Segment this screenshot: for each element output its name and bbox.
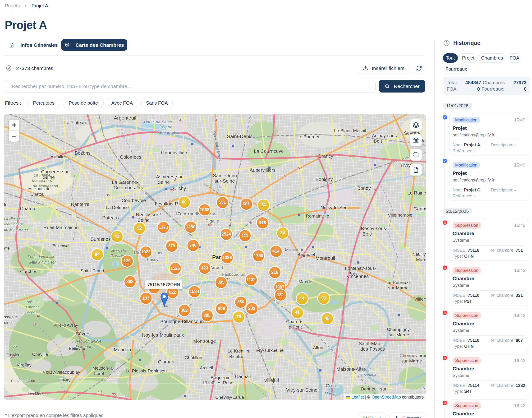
svg-text:La Défense: La Défense — [106, 205, 129, 210]
svg-text:Villejuif: Villejuif — [264, 378, 279, 383]
svg-text:Chaville: Chaville — [32, 352, 48, 357]
svg-text:3: 3 — [179, 118, 181, 122]
svg-text:29: 29 — [124, 395, 127, 399]
svg-text:Bondy: Bondy — [357, 186, 371, 191]
svg-text:Bois de: Bois de — [111, 248, 126, 253]
svg-text:Montreuil: Montreuil — [316, 255, 335, 261]
svg-text:30c: 30c — [112, 392, 117, 396]
svg-text:Puteaux: Puteaux — [102, 215, 120, 221]
svg-text:Porchefontaine: Porchefontaine — [11, 379, 35, 383]
svg-text:8b: 8b — [208, 223, 212, 227]
svg-text:Vincennes: Vincennes — [347, 274, 369, 279]
svg-text:sur-Marne: sur-Marne — [401, 359, 422, 363]
svg-text:Bicêtre: Bicêtre — [229, 354, 243, 359]
svg-text:Buzenval: Buzenval — [53, 244, 69, 248]
svg-text:ssy-sur-: ssy-sur- — [4, 315, 18, 319]
svg-text:Créteil: Créteil — [326, 383, 340, 388]
svg-text:Bobigny: Bobigny — [316, 177, 333, 182]
svg-text:5: 5 — [219, 124, 220, 128]
svg-text:Neuilly-sur-: Neuilly-sur- — [136, 212, 160, 217]
svg-text:Bois de: Bois de — [27, 300, 38, 304]
svg-text:ment: ment — [155, 251, 165, 255]
svg-text:6: 6 — [374, 188, 376, 192]
svg-text:Bonneuil: Bonneuil — [361, 373, 376, 377]
svg-text:de Meudon: de Meudon — [74, 345, 95, 349]
svg-text:Chatou: Chatou — [20, 206, 35, 211]
svg-text:Châtillon: Châtillon — [185, 355, 202, 360]
svg-text:Clichy: Clichy — [173, 186, 186, 191]
svg-text:Sèvres: Sèvres — [76, 331, 91, 337]
svg-text:Rueil-Malmaison: Rueil-Malmaison — [43, 225, 79, 230]
svg-text:9: 9 — [229, 223, 231, 227]
svg-text:Le Blanc-Mesnil: Le Blanc-Mesnil — [334, 128, 366, 133]
svg-text:Gagny: Gagny — [413, 206, 426, 211]
svg-text:Bonneuil-sur-: Bonneuil-sur- — [361, 386, 388, 391]
svg-text:2: 2 — [25, 363, 27, 367]
svg-text:L'Haÿ-les-Roses: L'Haÿ-les-Roses — [203, 380, 236, 385]
svg-text:Mandé: Mandé — [298, 279, 312, 284]
svg-text:36: 36 — [72, 205, 75, 209]
svg-text:Chevilly-Larue: Chevilly-Larue — [215, 395, 244, 400]
svg-text:Gennevilliers: Gennevilliers — [158, 130, 181, 135]
svg-text:le-Pont: le-Pont — [288, 325, 302, 329]
svg-text:Bezons: Bezons — [75, 151, 91, 156]
svg-text:afe: afe — [4, 246, 10, 251]
svg-text:Colombes: Colombes — [120, 154, 141, 160]
svg-text:La Garenne-: La Garenne- — [112, 180, 138, 185]
svg-text:Saint-Maur-: Saint-Maur- — [359, 341, 383, 346]
svg-text:Boulogne-Billancourt: Boulogne-Billancourt — [160, 319, 204, 324]
svg-text:Issy-les-Moulineaux: Issy-les-Moulineaux — [142, 332, 184, 337]
svg-text:1: 1 — [18, 377, 20, 381]
svg-text:sur-Marne: sur-Marne — [389, 332, 409, 337]
svg-text:Arcueil: Arcueil — [200, 366, 213, 370]
svg-text:Seine: Seine — [158, 180, 170, 185]
svg-text:2a: 2a — [167, 199, 171, 203]
svg-text:Seine: Seine — [137, 218, 150, 223]
svg-text:Marne: Marne — [325, 392, 335, 396]
svg-text:Forêt domaniale: Forêt domaniale — [28, 255, 55, 259]
svg-text:Port de: Port de — [360, 368, 373, 372]
svg-text:Maraichère: Maraichère — [4, 222, 23, 226]
svg-text:La Plaine: La Plaine — [34, 173, 50, 177]
svg-text:Saint-Cloud: Saint-Cloud — [81, 268, 104, 273]
svg-text:Hauts-de-Seine: Hauts-de-Seine — [144, 120, 172, 124]
svg-text:Villemomble: Villemomble — [388, 213, 412, 218]
svg-text:3: 3 — [215, 118, 217, 122]
svg-text:Argenteuil: Argenteuil — [114, 115, 136, 120]
svg-text:sur-Marne: sur-Marne — [388, 285, 409, 290]
svg-text:Aubervilliers: Aubervilliers — [250, 167, 275, 173]
svg-text:Fontenay-sous-: Fontenay-sous- — [345, 266, 376, 271]
svg-text:5.1: 5.1 — [235, 132, 240, 136]
svg-text:10: 10 — [248, 221, 252, 225]
svg-text:Montrouge: Montrouge — [193, 338, 216, 344]
svg-text:Noise: Noise — [422, 386, 426, 391]
svg-text:Bagnolet: Bagnolet — [297, 252, 315, 257]
svg-text:Marne: Marne — [416, 257, 426, 262]
svg-text:Vélizy-Villacoublay: Vélizy-Villacoublay — [43, 370, 80, 375]
svg-text:4b: 4b — [219, 185, 222, 189]
svg-text:7: 7 — [397, 212, 400, 216]
svg-text:Bois: Bois — [374, 139, 383, 143]
svg-text:des-Fossés: des-Fossés — [360, 346, 385, 352]
svg-text:Chatou: Chatou — [31, 192, 44, 197]
svg-text:Gennevilliers: Gennevilliers — [161, 150, 189, 155]
svg-text:5.1: 5.1 — [298, 166, 303, 170]
svg-text:Le Raincy: Le Raincy — [407, 190, 426, 196]
svg-text:Alfort: Alfort — [313, 345, 324, 350]
svg-text:Ivry-sur-Seine: Ivry-sur-Seine — [256, 348, 283, 353]
svg-text:Aulnay-sous-: Aulnay-sous- — [372, 133, 398, 138]
svg-text:Le Perreux-: Le Perreux- — [386, 280, 410, 285]
svg-text:Suresnes: Suresnes — [91, 236, 111, 242]
svg-text:Cachan: Cachan — [235, 374, 251, 379]
svg-text:le: le — [4, 202, 7, 207]
svg-text:Les Metz: Les Metz — [28, 392, 43, 396]
svg-text:Le Plateau: Le Plateau — [64, 120, 86, 125]
svg-text:Pigalle: Pigalle — [205, 219, 219, 223]
svg-text:de Montesson: de Montesson — [4, 228, 28, 232]
svg-text:Ménilmont: Ménilmont — [285, 247, 306, 252]
svg-text:Viroflay: Viroflay — [17, 362, 32, 368]
svg-text:Forêt domaniale: Forêt domaniale — [72, 339, 102, 344]
svg-text:La Courneuve: La Courneuve — [254, 149, 284, 154]
svg-text:Vitry-sur-Seine: Vitry-sur-Seine — [286, 387, 317, 393]
svg-text:Drancy: Drancy — [318, 153, 333, 159]
